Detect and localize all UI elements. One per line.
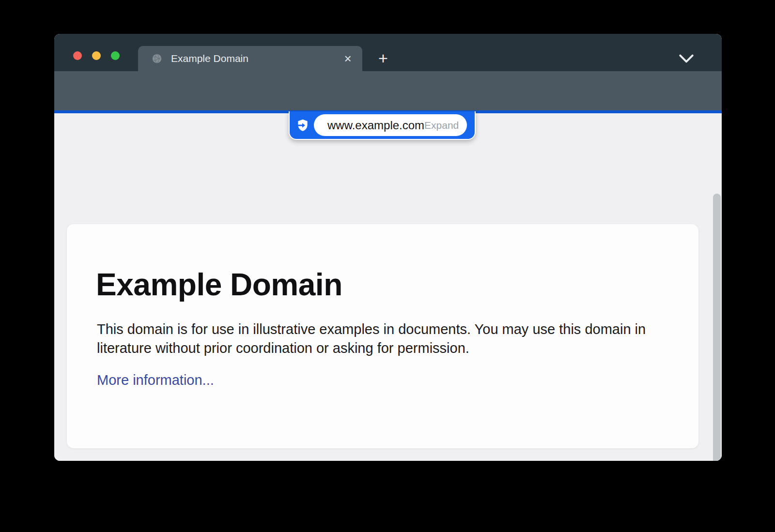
chevron-down-icon[interactable] <box>677 52 696 65</box>
close-window-button[interactable] <box>73 51 82 60</box>
page-viewport: Example Domain This domain is for use in… <box>54 113 722 461</box>
toolbar: browser-beta.cloudflareaccess.com/... C <box>54 71 722 110</box>
isolation-host-field[interactable]: www.example.com Expand <box>314 114 467 136</box>
isolated-hostname: www.example.com <box>327 119 424 132</box>
tab-title: Example Domain <box>171 53 339 64</box>
zoom-window-button[interactable] <box>111 51 120 60</box>
globe-icon <box>152 53 162 64</box>
shield-arrow-icon <box>295 118 310 133</box>
more-information-link[interactable]: More information... <box>97 372 214 388</box>
vertical-scrollbar[interactable] <box>713 194 721 461</box>
new-tab-button[interactable]: + <box>372 48 394 69</box>
page-heading: Example Domain <box>96 267 668 303</box>
minimize-window-button[interactable] <box>92 51 101 60</box>
page-paragraph: This domain is for use in illustrative e… <box>97 320 656 358</box>
isolation-host-pill: www.example.com Expand <box>289 111 476 140</box>
tab-example-domain[interactable]: Example Domain × <box>138 46 362 71</box>
tab-close-icon[interactable]: × <box>339 50 356 67</box>
expand-button[interactable]: Expand <box>424 120 459 131</box>
tab-strip: Example Domain × + <box>54 34 722 71</box>
content-card: Example Domain This domain is for use in… <box>67 224 698 448</box>
browser-window: Example Domain × + bro <box>54 34 722 461</box>
